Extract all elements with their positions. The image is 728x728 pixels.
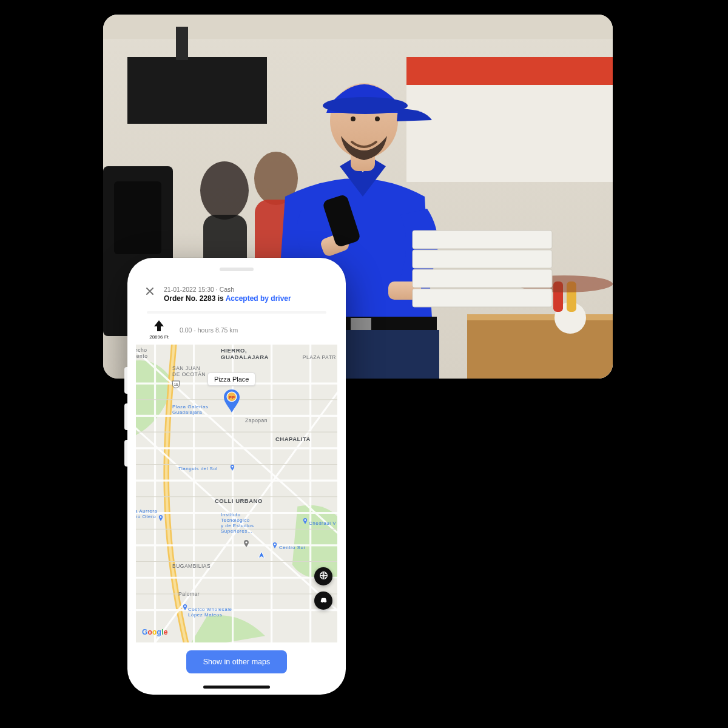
map-label-palomar: Palomar bbox=[178, 591, 200, 597]
svg-rect-29 bbox=[413, 289, 552, 307]
map-view[interactable]: HIERRO, GUADALAJARA Zapopan CHAPALITA CO… bbox=[136, 345, 337, 642]
svg-rect-12 bbox=[467, 318, 613, 379]
svg-rect-28 bbox=[413, 269, 552, 288]
close-icon[interactable] bbox=[146, 287, 154, 298]
globe-icon bbox=[319, 571, 328, 582]
poi-pin-icon[interactable] bbox=[158, 515, 164, 521]
svg-text:PP: PP bbox=[228, 395, 235, 400]
svg-rect-13 bbox=[467, 314, 613, 320]
order-header: 21-01-2022 15:30 · Cash Order No. 2283 i… bbox=[136, 277, 337, 308]
highway-shield-icon: 15 bbox=[171, 380, 181, 389]
nav-summary: 28696 Ft 0.00 - hours 8.75 km bbox=[136, 314, 337, 345]
svg-rect-2 bbox=[406, 85, 613, 182]
map-label-colli: COLLI URBANO bbox=[215, 497, 263, 504]
map-label-rancho: ncho tento bbox=[136, 347, 147, 359]
svg-rect-31 bbox=[351, 318, 371, 330]
svg-text:15: 15 bbox=[174, 383, 178, 386]
poi-pin-icon[interactable] bbox=[182, 604, 188, 610]
svg-point-22 bbox=[323, 97, 408, 114]
map-poi-aurrera[interactable]: a Aurrera no Otero bbox=[136, 508, 157, 519]
svg-point-35 bbox=[232, 466, 234, 468]
map-poi-chedraui[interactable]: Chedraui V bbox=[309, 521, 336, 526]
order-title: Order No. 2283 is Accepted by driver bbox=[164, 294, 326, 303]
svg-point-36 bbox=[160, 516, 162, 518]
map-label-hierro: HIERRO, GUADALAJARA bbox=[221, 347, 269, 360]
poi-pin-icon[interactable] bbox=[302, 518, 308, 524]
map-label-plaza-patr: PLAZA PATR bbox=[303, 354, 336, 360]
order-meta: 21-01-2022 15:30 · Cash bbox=[164, 286, 326, 293]
map-attribution: Google bbox=[142, 628, 168, 636]
svg-point-39 bbox=[184, 605, 186, 607]
map-poi-costco[interactable]: Costco Wholesale López Mateos bbox=[188, 607, 232, 618]
bottom-bar: Show in other maps bbox=[136, 642, 337, 681]
location-cursor-icon bbox=[257, 551, 266, 559]
globe-fab[interactable] bbox=[314, 567, 332, 585]
svg-point-38 bbox=[274, 544, 276, 545]
destination-pin[interactable]: Pizza Place PP bbox=[207, 372, 255, 413]
phone-mockup: 21-01-2022 15:30 · Cash Order No. 2283 i… bbox=[127, 258, 346, 695]
svg-rect-1 bbox=[406, 57, 613, 85]
car-icon bbox=[319, 595, 328, 607]
car-fab[interactable] bbox=[314, 592, 332, 610]
svg-rect-7 bbox=[114, 181, 161, 254]
direction-distance: 28696 Ft bbox=[149, 334, 169, 340]
svg-rect-27 bbox=[413, 250, 552, 268]
map-poi-centro-sur[interactable]: Centro Sur bbox=[279, 545, 306, 550]
home-indicator bbox=[203, 686, 270, 689]
show-in-other-maps-button[interactable]: Show in other maps bbox=[186, 650, 287, 673]
map-label-zapopan: Zapopan bbox=[245, 417, 268, 423]
map-poi-tianguis[interactable]: Tianguis del Sol bbox=[178, 466, 218, 471]
svg-rect-26 bbox=[413, 231, 552, 249]
map-poi-plaza-galerias[interactable]: Plaza Galerías Guadalajara bbox=[172, 404, 208, 415]
eta-text: 0.00 - hours 8.75 km bbox=[180, 326, 238, 334]
poi-pin-icon[interactable] bbox=[272, 542, 278, 548]
map-label-bugambilias: BUGAMBILIAS bbox=[172, 563, 211, 569]
direction-up-icon bbox=[153, 320, 164, 334]
svg-point-8 bbox=[200, 161, 249, 220]
svg-point-21 bbox=[375, 116, 380, 121]
map-label-sanjuan: SAN JUAN DE OCOTÁN bbox=[172, 365, 206, 377]
poi-pin-icon[interactable] bbox=[229, 465, 235, 471]
svg-point-37 bbox=[305, 519, 306, 521]
svg-point-40 bbox=[245, 541, 247, 543]
map-poi-instituto[interactable]: Instituto Tecnológico y de Estudios Supe… bbox=[221, 512, 254, 534]
svg-point-20 bbox=[351, 116, 356, 121]
svg-rect-5 bbox=[176, 27, 188, 60]
phone-speaker bbox=[220, 268, 254, 271]
app-screen: 21-01-2022 15:30 · Cash Order No. 2283 i… bbox=[136, 277, 337, 681]
svg-rect-4 bbox=[127, 57, 267, 124]
poi-marker-icon[interactable] bbox=[243, 540, 250, 547]
pin-tooltip: Pizza Place bbox=[207, 372, 255, 386]
map-label-chapalita: CHAPALITA bbox=[275, 436, 311, 442]
